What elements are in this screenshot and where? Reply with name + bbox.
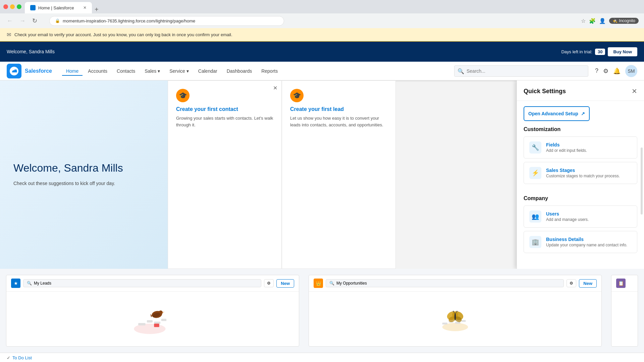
- users-desc: Add and manage users.: [546, 217, 632, 222]
- mail-icon: ✉: [7, 32, 11, 38]
- profile-icon[interactable]: 👤: [599, 18, 606, 24]
- extensions-icon[interactable]: 🧩: [589, 18, 596, 24]
- sf-welcome-text: Welcome, Sandra Mills: [7, 49, 561, 54]
- bookmark-icon[interactable]: ☆: [581, 18, 586, 24]
- help-icon-btn[interactable]: ?: [595, 67, 598, 74]
- sales-stages-title: Sales Stages: [546, 168, 632, 173]
- customization-title: Customization: [524, 126, 637, 132]
- nav-dashboards[interactable]: Dashboards: [223, 66, 256, 76]
- tab-close-btn[interactable]: ✕: [83, 5, 87, 10]
- card2-title[interactable]: Create your first lead: [290, 106, 387, 112]
- qs-close-button[interactable]: ✕: [632, 87, 637, 95]
- leads-filter-btn[interactable]: ⚙: [264, 279, 274, 287]
- opps-filter-btn[interactable]: ⚙: [567, 279, 576, 287]
- fields-item[interactable]: 🔧 Fields Add or edit input fields.: [524, 136, 637, 159]
- users-content: Users Add and manage users.: [546, 211, 632, 222]
- search-input[interactable]: [454, 65, 588, 77]
- opps-search-label: My Opportunities: [336, 281, 367, 286]
- svg-rect-15: [455, 322, 460, 323]
- sf-logo-icon: [7, 64, 21, 78]
- reload-btn[interactable]: ↻: [31, 16, 39, 26]
- todo-label[interactable]: To Do List: [12, 355, 32, 360]
- quick-settings-panel: Quick Settings ✕ Open Advanced Setup ↗ C…: [517, 80, 644, 269]
- service-dropdown-icon: ▾: [186, 68, 189, 74]
- setup-icon-btn[interactable]: ⚙: [603, 67, 608, 75]
- avatar-btn[interactable]: SM: [625, 65, 637, 77]
- tab-title: Home | Salesforce: [38, 5, 74, 10]
- first-lead-card: 🎓 Create your first lead Let us show you…: [282, 80, 396, 269]
- nav-reports[interactable]: Reports: [257, 66, 282, 76]
- sales-stages-content: Sales Stages Customize stages to match y…: [546, 168, 632, 178]
- welcome-text: Check out these suggestions to kick off …: [13, 180, 154, 187]
- browser-minimize-btn[interactable]: [10, 4, 15, 9]
- leads-search-icon: 🔍: [27, 281, 32, 286]
- nav-links: Home Accounts Contacts Sales ▾ Service ▾…: [62, 66, 447, 76]
- card1-close-btn[interactable]: ✕: [273, 85, 277, 91]
- sf-logo-text: Salesforce: [25, 68, 52, 74]
- my-cases-widget: 📋: [611, 275, 638, 347]
- qs-title: Quick Settings: [524, 88, 566, 95]
- card2-icon: 🎓: [290, 89, 304, 102]
- svg-rect-2: [138, 323, 145, 325]
- browser-tab[interactable]: Home | Salesforce ✕: [25, 2, 92, 13]
- customization-section: Customization 🔧 Fields Add or edit input…: [517, 126, 644, 193]
- notifications-icon-btn[interactable]: 🔔: [613, 67, 621, 75]
- opps-new-btn[interactable]: New: [579, 279, 597, 288]
- opps-search-wrapper[interactable]: 🔍 My Opportunities: [326, 279, 564, 287]
- leads-search-wrapper[interactable]: 🔍 My Leads: [23, 279, 261, 287]
- new-tab-button[interactable]: +: [92, 6, 101, 13]
- svg-rect-13: [442, 323, 447, 324]
- browser-close-btn[interactable]: [3, 4, 8, 9]
- nav-search-wrapper: 🔍: [454, 65, 588, 77]
- leads-widget-body: [6, 292, 299, 346]
- nav-service[interactable]: Service ▾: [165, 66, 193, 76]
- qs-scrollbar[interactable]: [641, 147, 643, 215]
- users-item[interactable]: 👥 Users Add and manage users.: [524, 205, 637, 228]
- svg-rect-10: [154, 324, 159, 327]
- incognito-badge: 🕵 Incognito: [609, 18, 639, 24]
- card1-icon: 🎓: [176, 89, 190, 102]
- trial-count-badge: 30: [595, 49, 605, 55]
- sales-stages-desc: Customize stages to match your process.: [546, 174, 632, 178]
- business-details-title: Business Details: [546, 237, 632, 242]
- trial-label: Days left in trial:: [561, 49, 592, 54]
- nav-contacts[interactable]: Contacts: [113, 66, 139, 76]
- svg-rect-5: [161, 319, 166, 321]
- dashboard-row: ★ 🔍 My Leads ⚙ New: [0, 269, 644, 353]
- my-opportunities-widget: 👑 🔍 My Opportunities ⚙ New: [309, 275, 602, 347]
- nav-calendar[interactable]: Calendar: [194, 66, 221, 76]
- open-advanced-setup-button[interactable]: Open Advanced Setup ↗: [524, 106, 590, 121]
- business-details-item[interactable]: 🏢 Business Details Update your company n…: [524, 231, 637, 253]
- users-icon: 👥: [529, 210, 541, 223]
- welcome-title: Welcome, Sandra Mills: [13, 162, 154, 174]
- sales-stages-item[interactable]: ⚡ Sales Stages Customize stages to match…: [524, 162, 637, 184]
- notification-bar: ✉ Check your email to verify your accoun…: [0, 28, 644, 42]
- svg-point-25: [457, 311, 458, 312]
- nav-accounts[interactable]: Accounts: [84, 66, 111, 76]
- lock-icon: 🔒: [55, 18, 60, 23]
- sf-navbar: Salesforce Home Accounts Contacts Sales …: [0, 62, 644, 80]
- back-btn[interactable]: ←: [5, 16, 14, 26]
- buy-now-button[interactable]: Buy Now: [608, 47, 637, 56]
- card1-description: Growing your sales starts with contacts.…: [176, 115, 273, 128]
- leads-empty-illustration: [132, 302, 173, 336]
- cases-header: 📋: [611, 275, 638, 292]
- forward-btn[interactable]: →: [18, 16, 27, 26]
- nav-home[interactable]: Home: [62, 66, 83, 76]
- browser-maximize-btn[interactable]: [17, 4, 21, 9]
- search-icon: 🔍: [458, 68, 464, 74]
- card2-description: Let us show you how easy it is to conver…: [290, 115, 387, 128]
- fields-content: Fields Add or edit input fields.: [546, 142, 632, 153]
- nav-sales[interactable]: Sales ▾: [141, 66, 164, 76]
- first-contact-card: ✕ 🎓 Create your first contact Growing yo…: [168, 80, 282, 269]
- business-details-desc: Update your company name and contact inf…: [546, 243, 632, 247]
- card1-title[interactable]: Create your first contact: [176, 106, 273, 112]
- svg-rect-4: [154, 322, 160, 324]
- cases-widget-icon: 📋: [616, 279, 626, 288]
- external-link-icon: ↗: [581, 111, 585, 116]
- fields-icon: 🔧: [529, 141, 541, 154]
- opportunities-header: 👑 🔍 My Opportunities ⚙ New: [309, 275, 601, 292]
- notification-message: Check your email to verify your account.…: [14, 32, 232, 37]
- leads-new-btn[interactable]: New: [276, 279, 294, 288]
- opps-widget-icon: 👑: [314, 279, 323, 288]
